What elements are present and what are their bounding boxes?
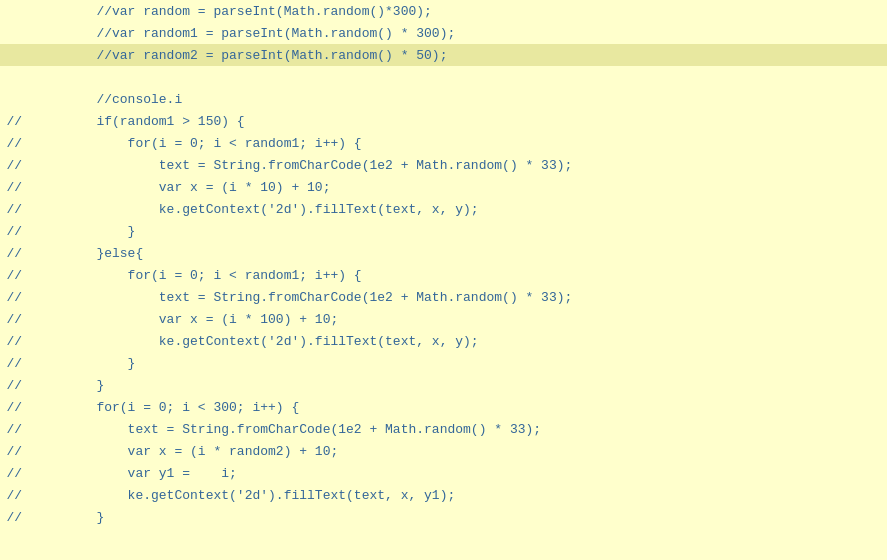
line-gutter: // [0,114,30,129]
line-content: } [30,510,887,525]
line-content: for(i = 0; i < 300; i++) { [30,400,887,415]
code-line: // text = String.fromCharCode(1e2 + Math… [0,286,887,308]
code-editor: //var random = parseInt(Math.random()*30… [0,0,887,560]
code-line: // text = String.fromCharCode(1e2 + Math… [0,154,887,176]
code-line: // } [0,374,887,396]
line-content: text = String.fromCharCode(1e2 + Math.ra… [30,422,887,437]
line-gutter: // [0,224,30,239]
line-content: for(i = 0; i < random1; i++) { [30,268,887,283]
line-gutter: // [0,136,30,151]
line-content: } [30,224,887,239]
line-content: ke.getContext('2d').fillText(text, x, y1… [30,488,887,503]
code-line: // ke.getContext('2d').fillText(text, x,… [0,330,887,352]
line-gutter: // [0,378,30,393]
code-line: //var random2 = parseInt(Math.random() *… [0,44,887,66]
line-content: var x = (i * 10) + 10; [30,180,887,195]
line-gutter: // [0,334,30,349]
line-gutter: // [0,290,30,305]
code-line: // }else{ [0,242,887,264]
line-gutter: // [0,356,30,371]
code-line: // var y1 = i; [0,462,887,484]
line-content: //var random2 = parseInt(Math.random() *… [30,48,887,63]
line-gutter: // [0,246,30,261]
code-line: // } [0,506,887,528]
line-content: } [30,356,887,371]
line-content: var y1 = i; [30,466,887,481]
code-line: // ke.getContext('2d').fillText(text, x,… [0,198,887,220]
line-gutter: // [0,400,30,415]
code-line: //var random = parseInt(Math.random()*30… [0,0,887,22]
line-gutter: // [0,268,30,283]
code-line: // ke.getContext('2d').fillText(text, x,… [0,484,887,506]
line-content: if(random1 > 150) { [30,114,887,129]
line-content: text = String.fromCharCode(1e2 + Math.ra… [30,290,887,305]
code-line: // if(random1 > 150) { [0,110,887,132]
line-content: for(i = 0; i < random1; i++) { [30,136,887,151]
code-line: // for(i = 0; i < random1; i++) { [0,132,887,154]
code-line: // for(i = 0; i < random1; i++) { [0,264,887,286]
line-content: var x = (i * 100) + 10; [30,312,887,327]
line-content: } [30,378,887,393]
line-gutter: // [0,422,30,437]
line-content: //var random = parseInt(Math.random()*30… [30,4,887,19]
line-content: //console.i [30,92,887,107]
line-content: ke.getContext('2d').fillText(text, x, y)… [30,334,887,349]
line-content: //var random1 = parseInt(Math.random() *… [30,26,887,41]
code-line: // } [0,352,887,374]
line-gutter: // [0,444,30,459]
line-gutter: // [0,202,30,217]
line-gutter: // [0,312,30,327]
code-line: // } [0,220,887,242]
code-line [0,66,887,88]
line-gutter: // [0,510,30,525]
line-gutter: // [0,488,30,503]
code-line: // for(i = 0; i < 300; i++) { [0,396,887,418]
line-gutter: // [0,466,30,481]
code-line: //var random1 = parseInt(Math.random() *… [0,22,887,44]
line-content: }else{ [30,246,887,261]
line-content: text = String.fromCharCode(1e2 + Math.ra… [30,158,887,173]
code-line: // var x = (i * 100) + 10; [0,308,887,330]
code-line: //console.i [0,88,887,110]
line-gutter: // [0,158,30,173]
line-content: var x = (i * random2) + 10; [30,444,887,459]
code-line: // text = String.fromCharCode(1e2 + Math… [0,418,887,440]
code-line: // var x = (i * 10) + 10; [0,176,887,198]
code-line: // var x = (i * random2) + 10; [0,440,887,462]
line-gutter: // [0,180,30,195]
line-content: ke.getContext('2d').fillText(text, x, y)… [30,202,887,217]
